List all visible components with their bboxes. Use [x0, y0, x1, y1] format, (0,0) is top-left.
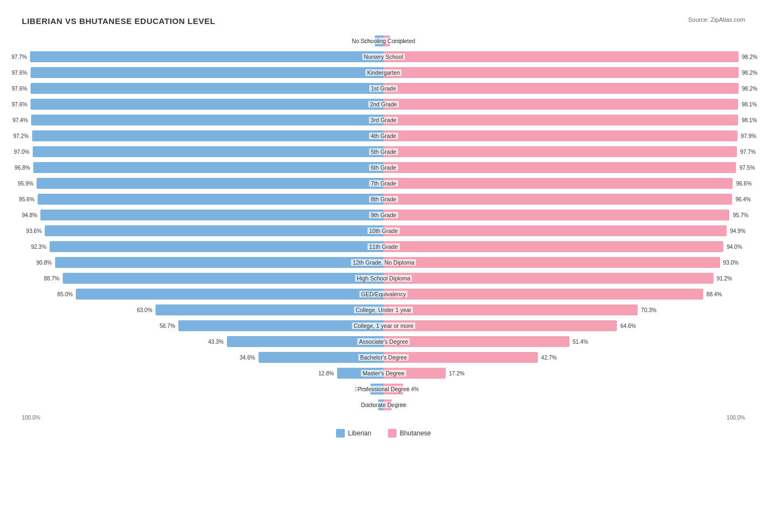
right-bar-value: 97.5% [739, 165, 754, 171]
bar-center-label: College, Under 1 year [354, 307, 413, 313]
bar-center-label: GED/Equivalency [359, 291, 408, 297]
axis-labels: 100.0% 100.0% [22, 415, 745, 421]
right-bar-value: 98.2% [742, 54, 757, 60]
left-bar-value: 97.0% [14, 149, 29, 155]
left-bar: 93.6% [45, 225, 384, 236]
right-bar-section: 93.0% [384, 255, 745, 270]
right-bar-value: 97.7% [740, 149, 756, 155]
bar-row: 90.8%12th Grade, No Diploma93.0% [22, 255, 745, 270]
left-bar-section: 43.3% [22, 334, 384, 349]
left-bar: 97.0% [33, 146, 384, 157]
left-bar-section: 90.8% [22, 255, 384, 270]
bar-center-label: 1st Grade [369, 85, 398, 92]
right-bar-section: 64.6% [384, 319, 745, 333]
left-bar: 63.0% [155, 304, 384, 315]
left-bar-value: 97.6% [12, 101, 27, 107]
right-bar-section: 94.9% [384, 224, 745, 238]
right-bar-section: 96.6% [384, 176, 745, 190]
bar-row: 94.8%9th Grade95.7% [22, 208, 745, 222]
right-bar: 88.4% [384, 289, 703, 300]
right-bar-section: 97.7% [384, 145, 745, 159]
bar-center-label: 10th Grade [368, 228, 400, 234]
bar-row: 12.8%Master's Degree17.2% [22, 366, 745, 380]
bar-row: 43.3%Associate's Degree51.4% [22, 334, 745, 349]
bar-row: 95.6%8th Grade96.4% [22, 192, 745, 206]
left-bar-section: 92.3% [22, 240, 384, 254]
bar-row: 96.8%6th Grade97.5% [22, 160, 745, 175]
right-bar-value: 98.2% [742, 86, 757, 92]
right-bar-section: 98.2% [384, 50, 745, 64]
left-bar: 97.4% [31, 115, 384, 125]
left-bar-section: 97.2% [22, 129, 384, 143]
right-bar-value: 42.7% [541, 355, 556, 361]
right-bar: 91.2% [384, 273, 714, 284]
left-bar: 97.6% [31, 67, 384, 78]
bar-row: 97.6%2nd Grade98.1% [22, 97, 745, 111]
right-bar-section: 94.0% [384, 240, 745, 254]
left-bar-value: 93.6% [26, 228, 41, 234]
right-bar-value: 98.2% [742, 70, 757, 76]
right-bar: 96.6% [384, 178, 733, 189]
left-bar-section: 2.4% [22, 34, 384, 48]
bar-center-label: 11th Grade [368, 243, 400, 250]
left-bar-section: 88.7% [22, 271, 384, 285]
right-bar-value: 94.9% [730, 228, 745, 234]
bar-row: 2.4%No Schooling Completed1.8% [22, 34, 745, 48]
right-bar-section: 5.4% [384, 382, 745, 396]
right-bar: 98.2% [384, 51, 739, 62]
right-bar: 98.1% [384, 115, 738, 125]
right-bar-section: 91.2% [384, 271, 745, 285]
bar-row: 97.4%3rd Grade98.1% [22, 113, 745, 127]
left-bar: 95.9% [37, 178, 384, 189]
chart-title: LIBERIAN VS BHUTANESE EDUCATION LEVEL [22, 16, 215, 26]
bar-center-label: 5th Grade [369, 148, 398, 155]
left-bar-section: 97.0% [22, 145, 384, 159]
right-bar-section: 97.9% [384, 129, 745, 143]
bar-center-label: 9th Grade [369, 212, 398, 218]
bar-center-label: 8th Grade [369, 196, 398, 202]
bar-row: 88.7%High School Diploma91.2% [22, 271, 745, 285]
bar-row: 97.6%1st Grade98.2% [22, 81, 745, 95]
left-bar-value: 96.8% [15, 165, 30, 171]
left-bar-value: 85.0% [57, 291, 73, 297]
right-bar: 70.3% [384, 304, 638, 315]
right-bar-section: 98.2% [384, 81, 745, 95]
left-bar-section: 3.6% [22, 382, 384, 396]
left-bar-section: 97.6% [22, 65, 384, 80]
bar-center-label: 12th Grade, No Diploma [351, 259, 416, 266]
right-bar: 97.5% [384, 162, 736, 173]
right-bar-value: 96.6% [736, 181, 751, 187]
left-bar: 90.8% [55, 257, 384, 268]
left-bar-value: 95.9% [18, 181, 33, 187]
bar-center-label: 3rd Grade [369, 117, 398, 123]
legend-bhutanese-color [388, 429, 397, 438]
right-bar-section: 2.3% [384, 398, 745, 412]
right-bar-section: 1.8% [384, 34, 745, 48]
bar-row: 56.7%College, 1 year or more64.6% [22, 319, 745, 333]
bar-center-label: Associate's Degree [357, 338, 410, 345]
bar-row: 34.6%Bachelor's Degree42.7% [22, 350, 745, 364]
right-bar-section: 95.7% [384, 208, 745, 222]
right-bar-value: 91.2% [717, 276, 732, 282]
right-bar: 95.7% [384, 210, 729, 220]
left-bar-section: 56.7% [22, 319, 384, 333]
bar-center-label: Kindergarten [365, 69, 402, 76]
right-bar-section: 42.7% [384, 350, 745, 364]
bar-row: 1.5%Doctorate Degree2.3% [22, 398, 745, 412]
left-bar-section: 1.5% [22, 398, 384, 412]
right-bar-section: 98.1% [384, 97, 745, 111]
bar-center-label: Master's Degree [361, 370, 406, 376]
bar-row: 92.3%11th Grade94.0% [22, 240, 745, 254]
right-bar-section: 51.4% [384, 334, 745, 349]
right-bar: 94.0% [384, 241, 723, 252]
left-bar-value: 12.8% [319, 370, 334, 376]
right-bar: 98.2% [384, 67, 739, 78]
right-bar-value: 94.0% [727, 244, 742, 250]
right-bar-section: 98.1% [384, 113, 745, 127]
legend-bhutanese-label: Bhutanese [400, 429, 431, 437]
right-bar-section: 17.2% [384, 366, 745, 380]
right-bar: 94.9% [384, 225, 727, 236]
bar-row: 97.2%4th Grade97.9% [22, 129, 745, 143]
left-bar-value: 94.8% [22, 212, 37, 218]
right-bar-value: 70.3% [641, 307, 656, 313]
